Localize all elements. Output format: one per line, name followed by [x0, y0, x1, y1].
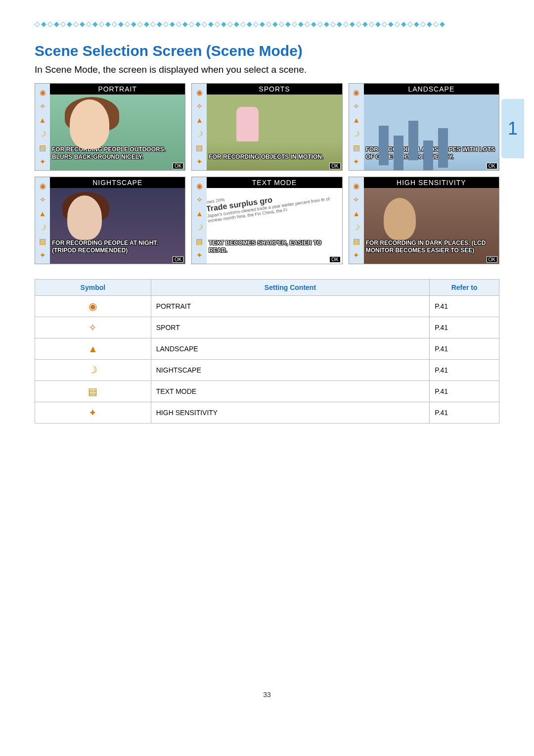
- scene-body: FOR RECORDING LANDSCA-PES WITH LOTS OF G…: [364, 94, 499, 170]
- symbol-icon: ☽: [87, 363, 99, 378]
- refer-cell: P.41: [430, 360, 499, 381]
- symbol-icon: ▲: [88, 343, 98, 354]
- mode-icon: ☽: [195, 223, 204, 232]
- symbol-icon: ✧: [89, 322, 97, 333]
- mode-icon: ✧: [196, 196, 203, 203]
- refer-cell: P.41: [430, 317, 499, 338]
- mode-icon: ▲: [196, 116, 203, 124]
- symbol-cell: ✧: [35, 317, 151, 338]
- intro-text: In Scene Mode, the screen is displayed w…: [35, 64, 499, 75]
- mode-icon: ✦: [196, 158, 203, 165]
- symbol-cell: ✦: [35, 402, 151, 424]
- scene-title: TEXT MODE: [207, 177, 342, 188]
- table-row: ☽NIGHTSCAPEP.41: [35, 360, 499, 381]
- mode-icon: ☽: [352, 129, 360, 139]
- ok-badge: OK: [487, 256, 497, 263]
- section-tab: 1: [501, 99, 524, 158]
- mode-icon: ▲: [353, 116, 360, 124]
- ok-badge: OK: [487, 163, 497, 169]
- scene-desc: FOR RECORDING OBJECTS IN MOTION.: [209, 153, 340, 161]
- content-cell: TEXT MODE: [151, 381, 429, 402]
- mode-icon: ◉: [40, 89, 46, 96]
- ok-badge: OK: [329, 256, 340, 263]
- col-symbol: Symbol: [35, 280, 151, 296]
- ok-badge: OK: [173, 163, 183, 169]
- icon-strip: ◉✧▲☽▤✦: [35, 84, 50, 170]
- scene-desc: FOR RECORDING PEOPLE OUTDOORS. BLURS BAC…: [52, 146, 183, 161]
- symbol-cell: ▤: [35, 381, 151, 402]
- mode-icon: ✦: [353, 251, 359, 259]
- scene-desc: FOR RECORDING LANDSCA-PES WITH LOTS OF G…: [366, 146, 497, 161]
- decorative-divider: ◇◆◇◆◇◆◇◆◇◆◇◆◇◆◇◆◇◆◇◆◇◆◇◆◇◆◇◆◇◆◇◆◇◆◇◆◇◆◇◆…: [35, 20, 499, 28]
- content-cell: LANDSCAPE: [151, 338, 429, 360]
- col-refer: Refer to: [430, 280, 499, 296]
- table-row: ◉PORTRAITP.41: [35, 296, 499, 317]
- mode-icon: ◉: [353, 89, 359, 96]
- table-row: ✧SPORTP.41: [35, 317, 499, 338]
- mode-icon: ✧: [40, 102, 46, 110]
- mode-icon: ✧: [353, 196, 359, 203]
- scene-card: ◉✧▲☽▤✦NIGHTSCAPEFOR RECORDING PEOPLE AT …: [35, 177, 185, 264]
- table-row: ▲LANDSCAPEP.41: [35, 338, 499, 360]
- icon-strip: ◉✧▲☽▤✦: [349, 84, 364, 170]
- page-title: Scene Selection Screen (Scene Mode): [35, 43, 499, 59]
- scene-body: FOR RECORDING PEOPLE AT NIGHT. (TRIPOD R…: [50, 188, 185, 264]
- mode-icon: ▲: [39, 210, 46, 217]
- ok-badge: OK: [173, 256, 183, 263]
- mode-icon: ☽: [38, 223, 46, 232]
- scene-main: NIGHTSCAPEFOR RECORDING PEOPLE AT NIGHT.…: [50, 177, 185, 264]
- mode-icon: ▲: [196, 210, 203, 217]
- mode-icon: ✦: [353, 158, 359, 165]
- symbol-cell: ▲: [35, 338, 151, 360]
- scene-main: LANDSCAPEFOR RECORDING LANDSCA-PES WITH …: [364, 84, 499, 170]
- content-cell: NIGHTSCAPE: [151, 360, 429, 381]
- mode-icon: ☽: [38, 129, 46, 139]
- scene-card: ◉✧▲☽▤✦SPORTSFOR RECORDING OBJECTS IN MOT…: [191, 83, 342, 171]
- icon-strip: ◉✧▲☽▤✦: [192, 177, 207, 264]
- mode-icon: ☽: [195, 129, 204, 139]
- mode-icon: ▤: [196, 144, 203, 151]
- symbol-icon: ◉: [89, 301, 97, 312]
- mode-icon: ▤: [353, 144, 360, 151]
- mode-icon: ▤: [196, 237, 203, 245]
- mode-icon: ◉: [353, 182, 359, 189]
- symbol-icon: ✦: [89, 407, 97, 418]
- scene-main: PORTRAITFOR RECORDING PEOPLE OUTDOORS. B…: [50, 84, 185, 170]
- mode-icon: ▤: [39, 144, 46, 151]
- mode-icon: ▲: [39, 116, 46, 124]
- scene-card: ◉✧▲☽▤✦TEXT MODErows 20%Trade surplus gro…: [191, 177, 342, 264]
- scene-desc: FOR RECORDING IN DARK PLACES. (LCD MONIT…: [366, 239, 497, 255]
- scene-title: PORTRAIT: [50, 84, 185, 94]
- icon-strip: ◉✧▲☽▤✦: [192, 84, 207, 170]
- mode-icon: ◉: [40, 182, 46, 189]
- icon-strip: ◉✧▲☽▤✦: [349, 177, 364, 264]
- mode-icon: ✦: [40, 158, 46, 165]
- scene-card: ◉✧▲☽▤✦HIGH SENSITIVITYFOR RECORDING IN D…: [349, 177, 499, 264]
- scene-main: SPORTSFOR RECORDING OBJECTS IN MOTION.OK: [207, 84, 342, 170]
- mode-icon: ✧: [40, 196, 46, 203]
- symbol-cell: ◉: [35, 296, 151, 317]
- refer-cell: P.41: [430, 338, 499, 360]
- scene-title: HIGH SENSITIVITY: [364, 177, 499, 188]
- table-row: ▤TEXT MODEP.41: [35, 381, 499, 402]
- symbol-cell: ☽: [35, 360, 151, 381]
- mode-icon: ◉: [196, 182, 203, 189]
- ok-badge: OK: [329, 163, 340, 169]
- mode-icon: ▤: [39, 237, 46, 245]
- reference-table: Symbol Setting Content Refer to ◉PORTRAI…: [35, 279, 499, 424]
- table-row: ✦HIGH SENSITIVITYP.41: [35, 402, 499, 424]
- scene-title: NIGHTSCAPE: [50, 177, 185, 188]
- content-cell: PORTRAIT: [151, 296, 429, 317]
- refer-cell: P.41: [430, 381, 499, 402]
- mode-icon: ✦: [196, 251, 203, 259]
- mode-icon: ▲: [353, 210, 360, 217]
- scene-card: ◉✧▲☽▤✦LANDSCAPEFOR RECORDING LANDSCA-PES…: [349, 83, 499, 171]
- mode-icon: ▤: [353, 237, 360, 245]
- mode-icon: ☽: [352, 223, 360, 232]
- scene-main: HIGH SENSITIVITYFOR RECORDING IN DARK PL…: [364, 177, 499, 264]
- scene-title: SPORTS: [207, 84, 342, 94]
- scene-body: FOR RECORDING OBJECTS IN MOTION.OK: [207, 94, 342, 170]
- symbol-icon: ▤: [88, 386, 97, 397]
- scene-desc: TEXT BECOMES SHARPER, EASIER TO READ.: [209, 239, 340, 255]
- icon-strip: ◉✧▲☽▤✦: [35, 177, 50, 264]
